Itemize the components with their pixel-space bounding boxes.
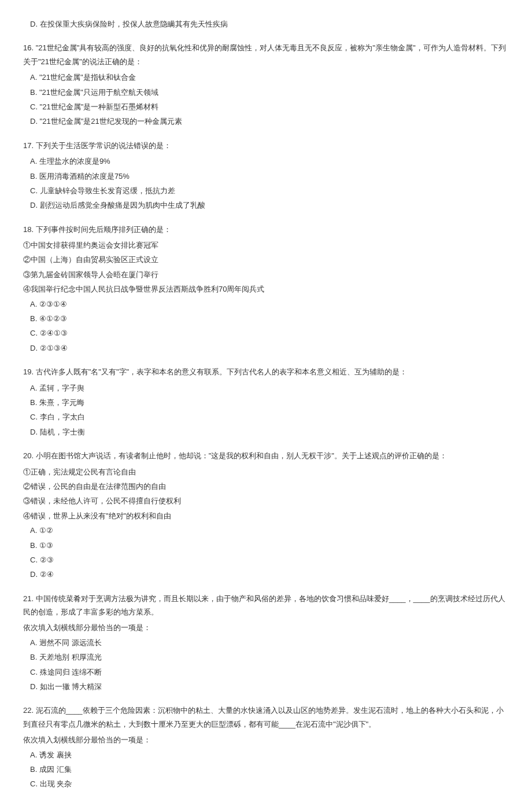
option: B. ④①②③ (30, 312, 509, 325)
question-subline: 依次填入划横线部分最恰当的一项是： (23, 621, 509, 634)
option: A. 孟轲，字子舆 (30, 381, 509, 395)
option: B. 医用消毒酒精的浓度是75% (30, 170, 509, 183)
option: C. ②④①③ (30, 326, 509, 340)
option: D. 如出一辙 博大精深 (30, 680, 509, 693)
option: A. ②③①④ (30, 297, 509, 311)
option: C. 殊途同归 连绵不断 (30, 665, 509, 679)
option: A. 生理盐水的浓度是9% (30, 154, 509, 168)
option: A. 迥然不同 源远流长 (30, 636, 509, 649)
question-subline: ①正确，宪法规定公民有言论自由 (23, 465, 509, 479)
question-stem: 17. 下列关于生活医学常识的说法错误的是： (23, 139, 509, 152)
option: D. ②①③④ (30, 341, 509, 355)
question-subline: ③错误，未经他人许可，公民不得擅自行使权利 (23, 494, 509, 507)
option: A. ①② (30, 524, 509, 537)
options-block: A. ①②B. ①③C. ②③D. ②④ (23, 524, 509, 582)
question-stem: 20. 小明在图书馆大声说话，有读者制止他时，他却说："这是我的权利和自由，别人… (23, 449, 509, 462)
options-block: A. "21世纪金属"是指钛和钛合金B. "21世纪金属"只运用于航空航天领域C… (23, 71, 509, 128)
question-subline: 依次填入划横线部分最恰当的一项是： (23, 733, 509, 746)
option: B. 朱熹，字元晦 (30, 396, 509, 409)
options-block: A. ②③①④B. ④①②③C. ②④①③D. ②①③④ (23, 297, 509, 355)
option: C. "21世纪金属"是一种新型石墨烯材料 (30, 100, 509, 113)
question-subline: ②中国（上海）自由贸易实验区正式设立 (23, 253, 509, 266)
option: B. 天差地别 积厚流光 (30, 650, 509, 664)
option: C. 儿童缺锌会导致生长发育迟缓，抵抗力差 (30, 184, 509, 197)
options-block: A. 孟轲，字子舆B. 朱熹，字元晦C. 李白，字太白D. 陆机，字士衡 (23, 381, 509, 439)
option: B. ①③ (30, 539, 509, 552)
question-19: 19. 古代许多人既有"名"又有"字"，表字和本名的意义有联系。下列古代名人的表… (23, 365, 509, 439)
question-subline: ④错误，世界上从来没有"绝对"的权利和自由 (23, 509, 509, 523)
question-subline: ③第九届金砖国家领导人会晤在厦门举行 (23, 268, 509, 281)
option: A. 诱发 裹挟 (30, 748, 509, 761)
question-22: 22. 泥石流的____依赖于三个危险因素：沉积物中的粘土、大量的水快速涌入以及… (23, 704, 509, 791)
question-18: 18. 下列事件按时间先后顺序排列正确的是：①中国女排获得里约奥运会女排比赛冠军… (23, 223, 509, 355)
question-stem: 18. 下列事件按时间先后顺序排列正确的是： (23, 223, 509, 236)
options-block: A. 诱发 裹挟B. 成因 汇集C. 出现 夹杂D. 引发 聚集 (23, 748, 509, 791)
question-stem: 19. 古代许多人既有"名"又有"字"，表字和本名的意义有联系。下列古代名人的表… (23, 365, 509, 378)
prev-question-option-d: D. 在投保重大疾病保险时，投保人故意隐瞒其有先天性疾病 (23, 17, 509, 31)
question-stem: 21. 中国传统菜肴对于烹调方法极为讲究，而且长期以来，由于物产和风俗的差异，各… (23, 592, 509, 619)
question-subline: ②错误，公民的自由是在法律范围内的自由 (23, 480, 509, 493)
question-21: 21. 中国传统菜肴对于烹调方法极为讲究，而且长期以来，由于物产和风俗的差异，各… (23, 592, 509, 694)
question-stem: 16. "21世纪金属"具有较高的强度、良好的抗氧化性和优异的耐腐蚀性，对人体无… (23, 41, 509, 68)
option: C. 李白，字太白 (30, 410, 509, 424)
question-stem: 22. 泥石流的____依赖于三个危险因素：沉积物中的粘土、大量的水快速涌入以及… (23, 704, 509, 731)
question-17: 17. 下列关于生活医学常识的说法错误的是：A. 生理盐水的浓度是9%B. 医用… (23, 139, 509, 212)
question-20: 20. 小明在图书馆大声说话，有读者制止他时，他却说："这是我的权利和自由，别人… (23, 449, 509, 582)
options-block: A. 迥然不同 源远流长B. 天差地别 积厚流光C. 殊途同归 连绵不断D. 如… (23, 636, 509, 694)
option: D. 陆机，字士衡 (30, 425, 509, 439)
option: B. 成因 汇集 (30, 763, 509, 776)
option: D. "21世纪金属"是21世纪发现的一种金属元素 (30, 115, 509, 128)
option: A. "21世纪金属"是指钛和钛合金 (30, 71, 509, 84)
question-subline: ④我国举行纪念中国人民抗日战争暨世界反法西斯战争胜利70周年阅兵式 (23, 282, 509, 296)
options-block: A. 生理盐水的浓度是9%B. 医用消毒酒精的浓度是75%C. 儿童缺锌会导致生… (23, 154, 509, 212)
question-subline: ①中国女排获得里约奥运会女排比赛冠军 (23, 238, 509, 252)
option: D. 剧烈运动后感觉全身酸痛是因为肌肉中生成了乳酸 (30, 198, 509, 212)
option: D. ②④ (30, 568, 509, 581)
option-text: D. 在投保重大疾病保险时，投保人故意隐瞒其有先天性疾病 (30, 20, 228, 28)
question-16: 16. "21世纪金属"具有较高的强度、良好的抗氧化性和优异的耐腐蚀性，对人体无… (23, 41, 509, 128)
option: B. "21世纪金属"只运用于航空航天领域 (30, 86, 509, 99)
option: C. ②③ (30, 553, 509, 566)
option: C. 出现 夹杂 (30, 777, 509, 790)
